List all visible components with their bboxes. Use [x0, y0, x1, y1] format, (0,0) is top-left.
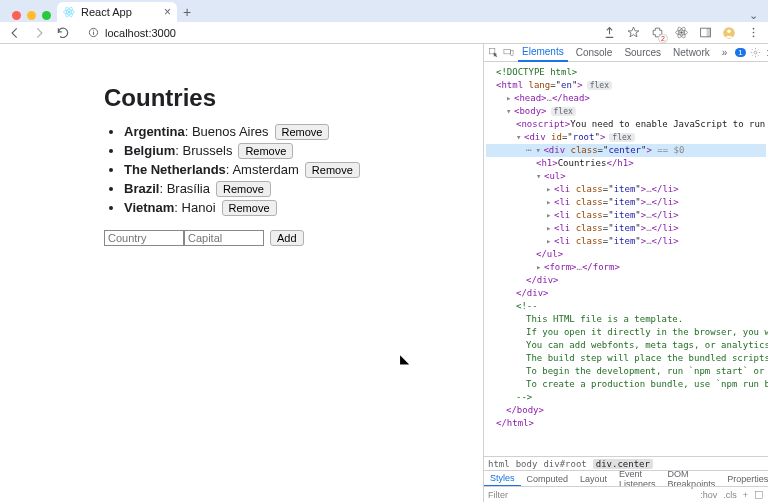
crumb[interactable]: html	[488, 459, 510, 469]
colon: :	[159, 181, 166, 196]
dom-comment-line: <!--	[486, 300, 766, 313]
inspect-icon[interactable]	[488, 47, 499, 59]
styles-pane-menu-icon[interactable]	[754, 490, 764, 500]
profile-avatar-icon[interactable]	[722, 26, 736, 40]
dom-tree[interactable]: <!DOCTYPE html> <html lang="en">flex ▸<h…	[484, 62, 768, 456]
dom-li[interactable]: ▸<li class="item">…</li>	[486, 196, 766, 209]
colon: :	[185, 124, 192, 139]
dom-body-close[interactable]: </body>	[486, 404, 766, 417]
toolbar-right: 2	[602, 26, 760, 40]
dom-comment-line: This HTML file is a template.	[486, 313, 766, 326]
minimize-window-icon[interactable]	[27, 11, 36, 20]
dom-doctype: <!DOCTYPE html>	[486, 66, 766, 79]
svg-rect-12	[706, 28, 710, 37]
styles-tab-properties[interactable]: Properties	[721, 474, 768, 484]
country-input[interactable]	[104, 230, 184, 246]
devtools-tab-elements[interactable]: Elements	[518, 44, 568, 62]
devtools-tab-more[interactable]: »	[718, 47, 732, 58]
browser-tab[interactable]: React App ×	[57, 2, 177, 22]
gear-icon[interactable]	[750, 47, 761, 59]
capital-input[interactable]	[184, 230, 264, 246]
remove-button[interactable]: Remove	[238, 143, 293, 159]
extension-badge-count: 2	[658, 34, 668, 43]
capital-name: Amsterdam	[232, 162, 298, 177]
dom-html-close[interactable]: </html>	[486, 417, 766, 430]
dom-ul-open[interactable]: ▾<ul>	[486, 170, 766, 183]
side-panel-icon[interactable]	[698, 26, 712, 40]
page-viewport: Countries Argentina: Buenos AiresRemove …	[0, 44, 483, 502]
dom-center-open[interactable]: ⋯▾<div class="center"> == $0	[486, 144, 766, 157]
dom-comment-line: To create a production bundle, use `npm …	[486, 378, 766, 391]
country-name: Belgium	[124, 143, 175, 158]
dom-noscript[interactable]: <noscript>You need to enable JavaScript …	[486, 118, 766, 131]
dom-h1[interactable]: <h1>Countries</h1>	[486, 157, 766, 170]
styles-filter-input[interactable]: Filter	[488, 490, 694, 500]
tab-close-icon[interactable]: ×	[164, 5, 171, 19]
crumb[interactable]: body	[516, 459, 538, 469]
dom-ul-close[interactable]: </ul>	[486, 248, 766, 261]
devtools-tab-network[interactable]: Network	[669, 47, 714, 58]
back-button[interactable]	[8, 26, 22, 40]
styles-tab-computed[interactable]: Computed	[521, 474, 575, 484]
react-favicon-icon	[63, 6, 75, 18]
new-tab-button[interactable]: +	[177, 2, 197, 22]
add-button[interactable]: Add	[270, 230, 304, 246]
dom-root-close[interactable]: </div>	[486, 287, 766, 300]
crumb-active[interactable]: div.center	[593, 459, 653, 469]
address-bar[interactable]: localhost:3000	[80, 25, 592, 41]
issue-count-badge[interactable]: 1	[735, 48, 745, 57]
devtools-tab-console[interactable]: Console	[572, 47, 617, 58]
svg-rect-6	[93, 30, 94, 31]
bookmark-star-icon[interactable]	[626, 26, 640, 40]
browser-chrome: React App × + ⌄ localhost:3000 2	[0, 0, 768, 44]
svg-rect-20	[511, 51, 513, 56]
capital-name: Hanoi	[182, 200, 216, 215]
dom-comment-line: -->	[486, 391, 766, 404]
dom-head[interactable]: ▸<head>…</head>	[486, 92, 766, 105]
extensions-icon[interactable]: 2	[650, 26, 664, 40]
url-text: localhost:3000	[105, 27, 176, 39]
list-item: Vietnam: HanoiRemove	[124, 200, 483, 216]
svg-point-21	[754, 51, 757, 54]
reload-button[interactable]	[56, 26, 70, 40]
cls-toggle[interactable]: .cls	[723, 490, 737, 500]
site-info-icon[interactable]	[88, 27, 99, 38]
react-devtools-icon[interactable]	[674, 26, 688, 40]
styles-tab-styles[interactable]: Styles	[484, 471, 521, 487]
maximize-window-icon[interactable]	[42, 11, 51, 20]
dom-comment-line: To begin the development, run `npm start…	[486, 365, 766, 378]
dom-li[interactable]: ▸<li class="item">…</li>	[486, 222, 766, 235]
remove-button[interactable]: Remove	[275, 124, 330, 140]
countries-list: Argentina: Buenos AiresRemove Belgium: B…	[104, 124, 483, 216]
dom-root-open[interactable]: ▾<div id="root">flex	[486, 131, 766, 144]
svg-point-14	[727, 29, 731, 33]
remove-button[interactable]: Remove	[305, 162, 360, 178]
tab-title: React App	[81, 6, 132, 18]
close-window-icon[interactable]	[12, 11, 21, 20]
devtools-tab-sources[interactable]: Sources	[620, 47, 665, 58]
hov-toggle[interactable]: :hov	[700, 490, 717, 500]
devtools-tabstrip: Elements Console Sources Network » 1	[484, 44, 768, 62]
kebab-menu-icon[interactable]	[746, 26, 760, 40]
dom-li[interactable]: ▸<li class="item">…</li>	[486, 235, 766, 248]
dom-li[interactable]: ▸<li class="item">…</li>	[486, 183, 766, 196]
dom-li[interactable]: ▸<li class="item">…</li>	[486, 209, 766, 222]
devtools-panel: Elements Console Sources Network » 1 <!D…	[483, 44, 768, 502]
window-controls	[8, 11, 57, 22]
tabstrip-chevron-icon[interactable]: ⌄	[739, 9, 768, 22]
list-item: Argentina: Buenos AiresRemove	[124, 124, 483, 140]
share-icon[interactable]	[602, 26, 616, 40]
dom-body-open[interactable]: ▾<body>flex	[486, 105, 766, 118]
dom-html-open[interactable]: <html lang="en">flex	[486, 79, 766, 92]
device-toolbar-icon[interactable]	[503, 47, 514, 59]
dom-form[interactable]: ▸<form>…</form>	[486, 261, 766, 274]
dom-center-close[interactable]: </div>	[486, 274, 766, 287]
styles-tab-layout[interactable]: Layout	[574, 474, 613, 484]
forward-button[interactable]	[32, 26, 46, 40]
crumb[interactable]: div#root	[543, 459, 586, 469]
remove-button[interactable]: Remove	[216, 181, 271, 197]
browser-toolbar: localhost:3000 2	[0, 22, 768, 44]
new-style-rule-icon[interactable]: +	[743, 490, 748, 500]
remove-button[interactable]: Remove	[222, 200, 277, 216]
dom-comment-line: If you open it directly in the browser, …	[486, 326, 766, 339]
